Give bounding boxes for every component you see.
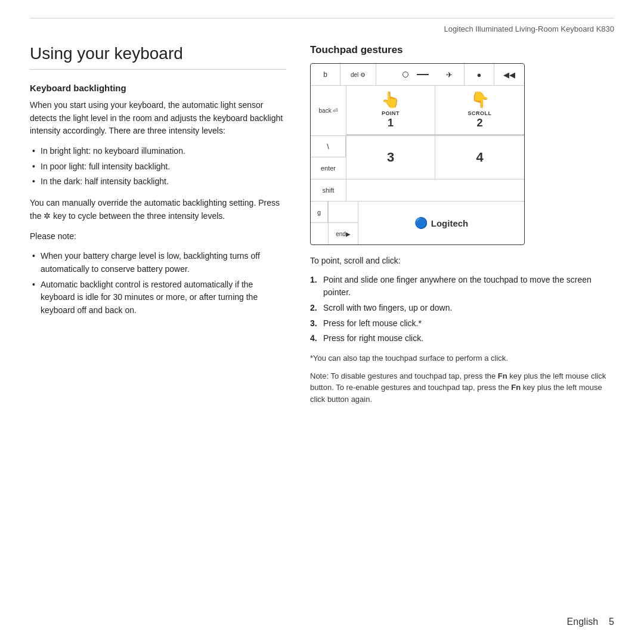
section1-title: Keyboard backlighting [30, 83, 286, 93]
bullet1-item1: In bright light: no keyboard illuminatio… [30, 145, 286, 158]
bullet1-item3: In the dark: half intensity backlight. [30, 175, 286, 188]
footer-page-number: 5 [609, 617, 614, 627]
instruction-intro: To point, scroll and click: [310, 255, 614, 268]
kbd-g-top: g [311, 202, 328, 223]
kbd-key-del: del ⚙ [340, 64, 376, 85]
num-3: 3. [310, 317, 317, 330]
footnote1: *You can also tap the touchpad surface t… [310, 352, 614, 364]
bullet1-item2: In poor light: full intensity backlight. [30, 160, 286, 174]
kbd-shift: shift [311, 179, 346, 201]
scroll-icon: 👇 [470, 91, 490, 109]
kbd-top-row: b del ⚙ ✈ ● ◀◀ [311, 64, 524, 86]
dash-icon [417, 74, 429, 75]
kbd-shift-row: shift [311, 179, 524, 202]
logitech-logo: 🔵 Logitech [358, 202, 524, 244]
header-title: Logitech Illuminated Living-Room Keyboar… [444, 24, 614, 33]
touchpad-point-cell: 👆 POINT 1 [346, 86, 435, 135]
scroll-label: SCROLL [468, 110, 492, 116]
num-2: 2. [310, 302, 317, 315]
touchpad-heading: Touchpad gestures [310, 44, 614, 56]
kbd-bottom-row: g end▶ 🔵 Logitech [311, 202, 524, 244]
keyboard-diagram: b del ⚙ ✈ ● ◀◀ back ⏎ [310, 63, 525, 245]
num-4: 4. [310, 332, 317, 345]
footer: English 5 [567, 617, 614, 627]
instruction-1: 1. Point and slide one finger anywhere o… [310, 274, 614, 299]
content-area: Using your keyboard Keyboard backlightin… [30, 44, 614, 411]
para3: Please note: [30, 230, 286, 243]
logitech-text: Logitech [431, 218, 469, 228]
instruction-list: 1. Point and slide one finger anywhere o… [310, 274, 614, 345]
bullets2: When your battery charge level is low, b… [30, 250, 286, 317]
kbd-backslash: \ [311, 136, 346, 157]
kbd-key-icon1: ✈ [435, 64, 465, 85]
instruction-3: 3. Press for left mouse click.* [310, 317, 614, 330]
left-column: Using your keyboard Keyboard backlightin… [30, 44, 286, 411]
touchpad-scroll-cell: 👇 SCROLL 2 [435, 86, 524, 135]
point-icon: 👆 [381, 91, 400, 109]
bullets1: In bright light: no keyboard illuminatio… [30, 145, 286, 188]
kbd-key-b: b [311, 64, 340, 85]
kbd-back-row: back ⏎ 👆 POINT 1 👇 SCROLL [311, 86, 524, 136]
point-number: 1 [388, 117, 394, 129]
kbd-key-icon3: ◀◀ [494, 64, 524, 85]
kbd-enter-row: \ enter 3 4 [311, 136, 524, 179]
bullet2-item2: Automatic backlight control is restored … [30, 278, 286, 317]
scroll-number: 2 [476, 117, 482, 129]
logitech-circle-icon: 🔵 [414, 216, 428, 230]
instruction-2: 2. Scroll with two fingers, up or down. [310, 302, 614, 315]
point-label: POINT [382, 110, 400, 116]
circle-icon [402, 72, 408, 78]
asterisk-symbol: ✲ [44, 211, 51, 221]
para1: When you start using your keyboard, the … [30, 99, 286, 138]
right-column: Touchpad gestures b del ⚙ ✈ ● ◀◀ [310, 44, 614, 411]
page-heading: Using your keyboard [30, 44, 286, 70]
num-1: 1. [310, 274, 317, 287]
kbd-end: end▶ [329, 223, 358, 244]
kbd-key-icon2: ● [465, 64, 494, 85]
kbd-key-back: back ⏎ [311, 86, 346, 135]
touchpad-3-cell: 3 [346, 136, 435, 179]
instruction-4: 4. Press for right mouse click. [310, 332, 614, 345]
bullet2-item1: When your battery charge level is low, b… [30, 250, 286, 275]
top-indicators [376, 64, 435, 85]
footer-language: English [567, 617, 598, 627]
kbd-g-bot [311, 223, 328, 244]
footnote2: Note: To disable gestures and touchpad t… [310, 370, 614, 405]
kbd-enter: enter [311, 157, 346, 179]
touchpad-4-cell: 4 [435, 136, 524, 179]
para2: You can manually override the automatic … [30, 197, 286, 222]
header: Logitech Illuminated Living-Room Keyboar… [30, 18, 614, 33]
